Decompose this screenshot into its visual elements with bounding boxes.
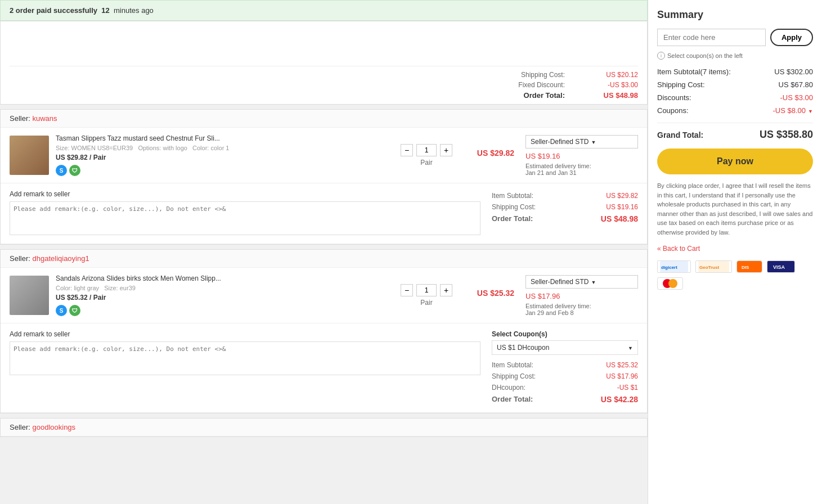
top-cost-summary: Shipping Cost: US $20.12 Fixed Discount:… (1, 66, 647, 104)
summary-rows: Item Subtotal(7 items): US $302.00 Shipp… (657, 68, 813, 115)
seller-header-2: Seller: dhgateliqiaoying1 (1, 250, 647, 268)
seller-name-3[interactable]: goodlookings (32, 423, 75, 431)
summary-shipping-row: Shipping Cost: US $67.80 (657, 80, 813, 89)
qty-decrement-1[interactable]: − (401, 144, 413, 156)
qty-input-2[interactable] (416, 284, 437, 296)
remark-left-2: Add remark to seller (10, 330, 480, 406)
pay-now-button[interactable]: Pay now (657, 148, 813, 174)
grand-total-row: Grand Total: US $358.80 (657, 129, 813, 141)
svg-text:DIS: DIS (742, 265, 749, 270)
coupon-label-2: Select Coupon(s) (492, 330, 638, 338)
svg-point-9 (668, 279, 677, 288)
coupon-chevron-2 (628, 344, 633, 352)
shipping-chevron-2 (591, 278, 596, 286)
product-attrs-1: Size: WOMEN US8=EUR39 Options: with logo… (56, 145, 389, 151)
qty-decrement-2[interactable]: − (401, 284, 413, 296)
seller-section-1: Seller: kuwans Tasman Slippers Tazz must… (0, 109, 648, 245)
payment-logos: digicert GeoTrust DIS VISA (657, 260, 813, 290)
mastercard-logo (657, 277, 683, 290)
seller-section-3: Seller: goodlookings (0, 418, 648, 437)
product-qty-2: − + Pair (401, 284, 452, 307)
top-shipping-row: Shipping Cost: US $20.12 (521, 71, 638, 79)
qty-increment-2[interactable]: + (440, 284, 452, 296)
product-info-2: Sandals Arizona Slides birks stock Men W… (56, 274, 389, 316)
seller-section-2: Seller: dhgateliqiaoying1 Sandals Arizon… (0, 249, 648, 413)
qty-unit-1: Pair (420, 159, 432, 166)
cost-total-row-2: Order Total: US $42.28 (492, 393, 638, 406)
remark-label-2: Add remark to seller (10, 330, 480, 338)
remark-textarea-1[interactable] (10, 201, 480, 235)
svg-text:VISA: VISA (773, 264, 785, 270)
delivery-time-2: Estimated delivery time: Jan 29 and Feb … (525, 303, 638, 316)
product-image-2 (10, 276, 49, 315)
coupon-hint: i Select coupon(s) on the left (657, 52, 813, 60)
cost-shipping-row-1: Shipping Cost: US $19.16 (492, 201, 638, 213)
product-badges-1: S 🛡 (56, 165, 389, 176)
summary-item-subtotal-row: Item Subtotal(7 items): US $302.00 (657, 68, 813, 76)
remark-textarea-2[interactable] (10, 341, 480, 375)
coupon-code-input[interactable] (657, 29, 766, 46)
seller-header-3: Seller: goodlookings (1, 418, 647, 436)
badge-s-1: S (56, 165, 67, 176)
coupon-dropdown-2[interactable]: US $1 DHcoupon (492, 340, 638, 355)
product-qty-1: − + Pair (401, 144, 452, 166)
notification-text: 2 order paid successfully 12 minutes ago (10, 6, 154, 15)
remark-section-1: Add remark to seller Item Subtotal: US $… (1, 183, 647, 244)
qty-control-2[interactable]: − + (401, 284, 452, 296)
product-badges-2: S 🛡 (56, 305, 389, 316)
cost-table-1: Item Subtotal: US $29.82 Shipping Cost: … (492, 190, 638, 225)
shipping-select-1[interactable]: Seller-Defined STD (525, 135, 638, 148)
qty-increment-1[interactable]: + (440, 144, 452, 156)
delivery-time-1: Estimated delivery time: Jan 21 and Jan … (525, 163, 638, 176)
product-title-1: Tasman Slippers Tazz mustard seed Chestn… (56, 134, 389, 142)
cost-total-row-1: Order Total: US $48.98 (492, 213, 638, 225)
notification-bar: 2 order paid successfully 12 minutes ago (0, 0, 648, 21)
product-shipping-1: Seller-Defined STD US $19.16 Estimated d… (525, 135, 638, 176)
product-price-1: US $29.82 / Pair (56, 154, 389, 161)
product-image-1 (10, 136, 49, 175)
summary-divider (657, 123, 813, 123)
remark-section-2: Add remark to seller Select Coupon(s) US… (1, 323, 647, 413)
svg-text:digicert: digicert (661, 265, 677, 270)
qty-input-1[interactable] (416, 144, 437, 156)
qty-unit-2: Pair (420, 299, 432, 307)
geotrust-logo: GeoTrust (695, 260, 732, 273)
apply-button[interactable]: Apply (770, 29, 813, 46)
summary-discounts-row: Discounts: -US $3.00 (657, 93, 813, 102)
summary-panel: Summary Apply i Select coupon(s) on the … (648, 0, 822, 504)
seller-name-1[interactable]: kuwans (32, 114, 57, 123)
digicert-logo: digicert (657, 260, 691, 273)
cost-shipping-row-2: Shipping Cost: US $17.96 (492, 371, 638, 382)
shipping-select-2[interactable]: Seller-Defined STD (525, 275, 638, 289)
qty-control-1[interactable]: − + (401, 144, 452, 156)
shipping-price-2: US $17.96 (525, 292, 638, 300)
top-partial-section: Shipping Cost: US $20.12 Fixed Discount:… (0, 21, 648, 105)
coupons-chevron (808, 106, 813, 115)
remark-left-1: Add remark to seller (10, 190, 480, 237)
product-shipping-2: Seller-Defined STD US $17.96 Estimated d… (525, 275, 638, 316)
product-attrs-2: Color: light gray Size: eur39 (56, 285, 389, 291)
product-row-2: Sandals Arizona Slides birks stock Men W… (1, 268, 647, 323)
remark-label-1: Add remark to seller (10, 190, 480, 198)
summary-coupons-row: Coupons: -US $8.00 (657, 106, 813, 115)
seller-name-2[interactable]: dhgateliqiaoying1 (32, 254, 89, 263)
product-info-1: Tasman Slippers Tazz mustard seed Chestn… (56, 134, 389, 176)
cost-table-2: Item Subtotal: US $25.32 Shipping Cost: … (492, 359, 638, 406)
info-icon: i (657, 52, 665, 60)
badge-shield-2: 🛡 (69, 305, 80, 316)
top-order-total-row: Order Total: US $48.98 (524, 91, 638, 100)
cost-subtotal-row-1: Item Subtotal: US $29.82 (492, 190, 638, 201)
summary-title: Summary (657, 9, 813, 21)
product-title-2: Sandals Arizona Slides birks stock Men W… (56, 274, 389, 282)
product-price-2: US $25.32 / Pair (56, 294, 389, 302)
product-item-cost-1: US $29.82 (464, 148, 514, 162)
product-item-cost-2: US $25.32 (464, 289, 514, 302)
shipping-chevron-1 (591, 138, 596, 146)
cost-subtotal-row-2: Item Subtotal: US $25.32 (492, 359, 638, 371)
coupon-input-row: Apply (657, 29, 813, 46)
cost-summary-2: Select Coupon(s) US $1 DHcoupon Item Sub… (492, 330, 638, 406)
seller-header-1: Seller: kuwans (1, 110, 647, 128)
coupon-section-2: Select Coupon(s) US $1 DHcoupon (492, 330, 638, 355)
visa-logo: VISA (767, 260, 795, 273)
back-to-cart-link[interactable]: « Back to Cart (657, 245, 813, 253)
